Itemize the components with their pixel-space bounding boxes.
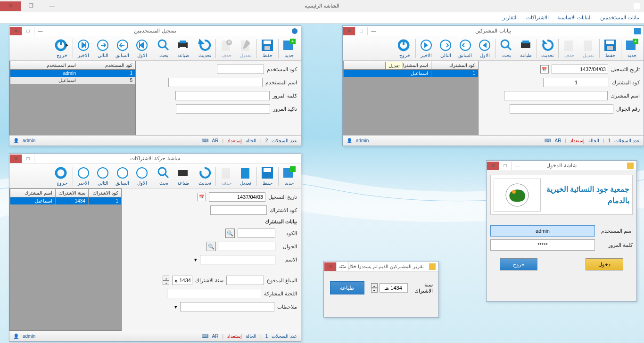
username-input[interactable] bbox=[490, 225, 595, 237]
calendar-icon[interactable]: 📅 bbox=[540, 65, 549, 74]
refresh-button[interactable]: تحديث bbox=[195, 38, 215, 59]
year-spinner[interactable]: ▴▾ bbox=[371, 283, 378, 293]
search-icon[interactable]: 🔍 bbox=[206, 242, 216, 251]
next-button[interactable]: التالي bbox=[93, 38, 113, 59]
close-button[interactable]: ✕ bbox=[9, 155, 22, 163]
refresh-button[interactable]: تحديث bbox=[538, 38, 557, 59]
sub-code-input[interactable] bbox=[543, 78, 609, 87]
login-titlebar[interactable]: شاشة الدخول ✕ □ — bbox=[487, 161, 636, 171]
delete-button[interactable]: حذف bbox=[217, 165, 236, 187]
main-close-button[interactable]: ✕ bbox=[0, 1, 21, 11]
subscribers-titlebar[interactable]: بيانات المشتركين ✕ □ — bbox=[343, 26, 644, 36]
first-button[interactable]: الاول bbox=[132, 165, 152, 187]
sub-name-input[interactable] bbox=[200, 255, 275, 264]
new-button[interactable]: +جديد bbox=[622, 38, 642, 59]
sub-code-input[interactable] bbox=[238, 229, 275, 238]
minimize-button[interactable]: — bbox=[34, 155, 46, 163]
table-row[interactable]: 1 admin bbox=[10, 70, 135, 77]
save-button[interactable]: حفظ bbox=[601, 38, 620, 59]
password-input[interactable] bbox=[175, 91, 270, 100]
first-button[interactable]: الاول bbox=[132, 38, 152, 59]
table-row[interactable]: 1 اسماعيل bbox=[343, 70, 478, 77]
new-button[interactable]: جديد bbox=[280, 165, 299, 187]
save-button[interactable]: حفظ bbox=[258, 165, 277, 187]
mov-date-input[interactable] bbox=[209, 192, 265, 202]
refresh-button[interactable]: تحديث bbox=[195, 165, 215, 187]
next-button[interactable]: التالي bbox=[93, 165, 113, 187]
table-row[interactable]: 5 اسماعيل bbox=[10, 77, 135, 84]
edit-button[interactable]: تعديل bbox=[579, 38, 598, 59]
users-grid[interactable]: كود المستخدم اسم المستخدم 1 admin 5 اسما… bbox=[9, 61, 136, 135]
menu-users[interactable]: بيانات المستخدمين bbox=[600, 15, 639, 21]
committee-input[interactable] bbox=[167, 289, 261, 298]
close-button[interactable]: ✕ bbox=[9, 27, 22, 35]
year-select[interactable]: 1434 هـ bbox=[172, 276, 192, 285]
mov-code-input[interactable] bbox=[210, 205, 267, 215]
user-name-input[interactable] bbox=[168, 78, 263, 87]
prev-button[interactable]: السابق bbox=[455, 38, 475, 59]
sub-name-input[interactable] bbox=[504, 91, 608, 100]
year-input[interactable] bbox=[380, 283, 408, 293]
menu-basic-data[interactable]: البيانات الاساسية bbox=[557, 15, 592, 21]
minimize-button[interactable]: — bbox=[34, 27, 46, 35]
next-button[interactable]: التالي bbox=[436, 38, 455, 59]
maximize-button[interactable]: □ bbox=[336, 262, 348, 271]
exit-button[interactable]: خروج bbox=[500, 258, 537, 270]
print-button[interactable]: طباعة bbox=[173, 165, 193, 187]
exit-button[interactable]: خروج bbox=[52, 38, 72, 59]
search-button[interactable]: بحث bbox=[154, 165, 173, 187]
password-input[interactable] bbox=[490, 239, 595, 251]
chevron-down-icon[interactable]: ▾ bbox=[174, 304, 177, 310]
reg-date-input[interactable] bbox=[552, 65, 608, 74]
notes-input[interactable] bbox=[180, 302, 274, 311]
edit-button[interactable]: تعديل bbox=[236, 165, 256, 187]
movement-titlebar[interactable]: شاشة حركة الاشتراكات ✕ □ — bbox=[9, 154, 301, 164]
phone-input[interactable] bbox=[510, 104, 613, 114]
close-button[interactable]: ✕ bbox=[324, 262, 336, 271]
new-button[interactable]: +جديد bbox=[280, 38, 299, 59]
movement-grid[interactable]: كود الاشتراك سنة الاشتراك اسم المشترك 1 … bbox=[9, 188, 122, 331]
exit-button[interactable]: خروج bbox=[395, 38, 414, 59]
delete-button[interactable]: حذف bbox=[560, 38, 579, 59]
subscribers-grid[interactable]: كود المشترك اسم المشترك 1 اسماعيل bbox=[343, 61, 479, 135]
exit-button[interactable]: خروج bbox=[52, 165, 72, 187]
close-button[interactable]: ✕ bbox=[487, 162, 499, 170]
delete-button[interactable]: ✕حذف bbox=[217, 38, 236, 59]
maximize-button[interactable]: □ bbox=[355, 27, 367, 35]
maximize-button[interactable]: □ bbox=[22, 155, 34, 163]
prev-button[interactable]: السابق bbox=[113, 165, 132, 187]
save-button[interactable]: حفظ bbox=[258, 38, 277, 59]
maximize-button[interactable]: □ bbox=[22, 27, 34, 35]
user-code-input[interactable] bbox=[217, 65, 264, 74]
maximize-button[interactable]: □ bbox=[499, 162, 511, 170]
chevron-down-icon[interactable]: ▾ bbox=[194, 257, 197, 263]
year-spinner[interactable]: ▴▾ bbox=[163, 276, 169, 285]
close-button[interactable]: ✕ bbox=[343, 27, 355, 35]
main-maximize-button[interactable]: ❐ bbox=[21, 1, 41, 11]
users-titlebar[interactable]: تسجيل المستخدمين ✕ □ — bbox=[9, 26, 301, 36]
search-button[interactable]: بحث bbox=[154, 38, 173, 59]
prev-button[interactable]: السابق bbox=[113, 38, 132, 59]
calendar-icon[interactable]: 📅 bbox=[198, 193, 206, 201]
print-button[interactable]: طباعة bbox=[516, 38, 536, 59]
table-row[interactable]: 1 1434 اسماعيل bbox=[10, 197, 121, 204]
minimize-button[interactable]: — bbox=[511, 162, 523, 170]
first-button[interactable]: الاول bbox=[475, 38, 495, 59]
menu-reports[interactable]: التقارير bbox=[503, 15, 518, 21]
last-button[interactable]: الاخير bbox=[417, 38, 436, 59]
menu-subscriptions[interactable]: الاشتراكات bbox=[526, 15, 549, 21]
report-titlebar[interactable]: تقرير المشتركين الذيم لم يسددوا خلال سنة… bbox=[324, 261, 438, 272]
search-icon[interactable]: 🔍 bbox=[225, 229, 235, 238]
last-button[interactable]: الاخير bbox=[74, 38, 93, 59]
confirm-password-input[interactable] bbox=[176, 104, 270, 114]
search-button[interactable]: بحث bbox=[497, 38, 516, 59]
minimize-button[interactable]: — bbox=[348, 262, 361, 271]
print-button[interactable]: طباعة bbox=[330, 281, 364, 294]
paid-input[interactable] bbox=[226, 276, 264, 285]
main-minimize-button[interactable]: — bbox=[41, 1, 62, 11]
last-button[interactable]: الاخير bbox=[74, 165, 93, 187]
minimize-button[interactable]: — bbox=[367, 27, 380, 35]
edit-button[interactable]: تعديل bbox=[236, 38, 256, 59]
sub-phone-input[interactable] bbox=[219, 242, 275, 251]
login-button[interactable]: دخول bbox=[586, 258, 623, 270]
